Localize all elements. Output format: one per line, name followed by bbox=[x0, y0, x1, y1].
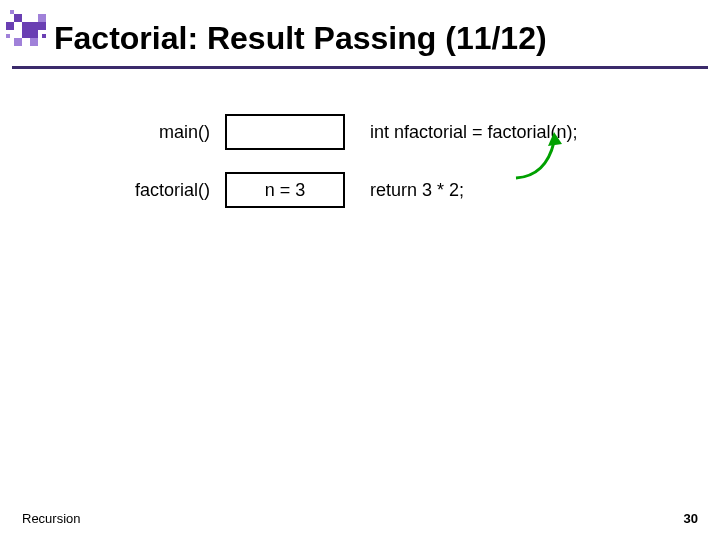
stack-frame-box bbox=[225, 114, 345, 150]
content-area: main() int nfactorial = factorial(n); fa… bbox=[0, 110, 720, 226]
logo-icon bbox=[6, 6, 54, 54]
stack-row-main: main() int nfactorial = factorial(n); bbox=[0, 110, 720, 168]
footer-label: Recursion bbox=[22, 511, 81, 526]
page-number: 30 bbox=[684, 511, 698, 526]
slide: Factorial: Result Passing (11/12) main()… bbox=[0, 0, 720, 540]
code-line: int nfactorial = factorial(n); bbox=[370, 122, 578, 143]
title-underline bbox=[12, 66, 708, 69]
slide-title: Factorial: Result Passing (11/12) bbox=[54, 20, 700, 57]
stack-row-factorial: factorial() n = 3 return 3 * 2; bbox=[0, 168, 720, 226]
function-label: factorial() bbox=[0, 180, 210, 201]
code-line: return 3 * 2; bbox=[370, 180, 464, 201]
function-label: main() bbox=[0, 122, 210, 143]
stack-frame-box: n = 3 bbox=[225, 172, 345, 208]
